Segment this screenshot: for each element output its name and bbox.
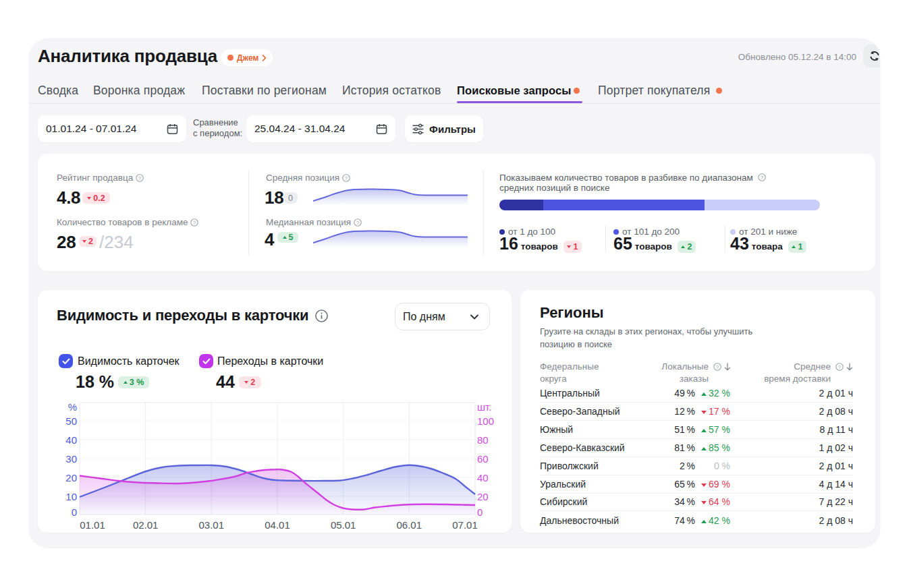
svg-text:?: ? [761, 175, 764, 181]
svg-text:?: ? [138, 175, 142, 181]
svg-text:?: ? [838, 363, 842, 370]
svg-text:?: ? [193, 220, 196, 226]
svg-text:?: ? [356, 220, 360, 226]
svg-text:?: ? [345, 175, 348, 181]
svg-text:?: ? [716, 363, 719, 370]
